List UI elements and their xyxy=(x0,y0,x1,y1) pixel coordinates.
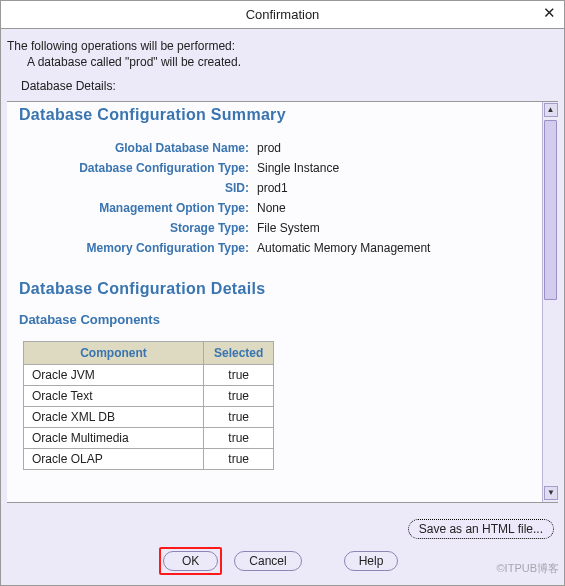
summary-label: SID: xyxy=(23,178,253,198)
components-heading: Database Components xyxy=(19,312,530,327)
scroll-down-icon[interactable]: ▼ xyxy=(544,486,558,500)
details-scroll-pane: Database Configuration Summary Global Da… xyxy=(7,101,558,503)
summary-value: Automatic Memory Management xyxy=(253,238,434,258)
component-selected: true xyxy=(204,386,274,407)
scroll-up-icon[interactable]: ▲ xyxy=(544,103,558,117)
summary-table: Global Database Name:prod Database Confi… xyxy=(23,138,434,258)
scroll-thumb[interactable] xyxy=(544,120,557,300)
component-name: Oracle XML DB xyxy=(24,407,204,428)
titlebar: Confirmation ✕ xyxy=(1,1,564,29)
help-button[interactable]: Help xyxy=(344,551,399,571)
component-name: Oracle OLAP xyxy=(24,449,204,470)
component-selected: true xyxy=(204,428,274,449)
summary-heading: Database Configuration Summary xyxy=(19,106,530,124)
details-content: Database Configuration Summary Global Da… xyxy=(7,102,542,502)
dialog-title: Confirmation xyxy=(246,7,320,22)
summary-label: Database Configuration Type: xyxy=(23,158,253,178)
summary-value: Single Instance xyxy=(253,158,434,178)
summary-value: File System xyxy=(253,218,434,238)
components-table: Component Selected Oracle JVMtrue Oracle… xyxy=(23,341,274,470)
confirmation-dialog: Confirmation ✕ The following operations … xyxy=(0,0,565,586)
summary-label: Management Option Type: xyxy=(23,198,253,218)
summary-label: Global Database Name: xyxy=(23,138,253,158)
table-row: Oracle OLAPtrue xyxy=(24,449,274,470)
vertical-scrollbar[interactable]: ▲ ▼ xyxy=(542,102,558,502)
component-name: Oracle Text xyxy=(24,386,204,407)
table-row: Oracle JVMtrue xyxy=(24,365,274,386)
summary-value: prod xyxy=(253,138,434,158)
database-details-caption: Database Details: xyxy=(7,71,558,95)
summary-label: Storage Type: xyxy=(23,218,253,238)
intro-text: The following operations will be perform… xyxy=(1,29,564,101)
details-heading: Database Configuration Details xyxy=(19,280,530,298)
button-row: OK Cancel Help xyxy=(159,547,398,575)
table-row: Oracle Multimediatrue xyxy=(24,428,274,449)
dialog-footer: Save as an HTML file... OK Cancel Help xyxy=(1,503,564,585)
component-selected: true xyxy=(204,449,274,470)
cancel-button[interactable]: Cancel xyxy=(234,551,301,571)
summary-label: Memory Configuration Type: xyxy=(23,238,253,258)
component-selected: true xyxy=(204,407,274,428)
component-selected: true xyxy=(204,365,274,386)
component-name: Oracle JVM xyxy=(24,365,204,386)
save-html-button[interactable]: Save as an HTML file... xyxy=(408,519,554,539)
col-selected: Selected xyxy=(204,342,274,365)
close-icon[interactable]: ✕ xyxy=(543,5,556,20)
component-name: Oracle Multimedia xyxy=(24,428,204,449)
summary-value: prod1 xyxy=(253,178,434,198)
watermark: ©ITPUB博客 xyxy=(497,561,560,576)
intro-line-1: The following operations will be perform… xyxy=(7,39,558,53)
summary-value: None xyxy=(253,198,434,218)
intro-line-2: A database called "prod" will be created… xyxy=(7,55,558,69)
table-row: Oracle Texttrue xyxy=(24,386,274,407)
col-component: Component xyxy=(24,342,204,365)
table-row: Oracle XML DBtrue xyxy=(24,407,274,428)
ok-button[interactable]: OK xyxy=(163,551,218,571)
ok-highlight-box: OK xyxy=(159,547,222,575)
